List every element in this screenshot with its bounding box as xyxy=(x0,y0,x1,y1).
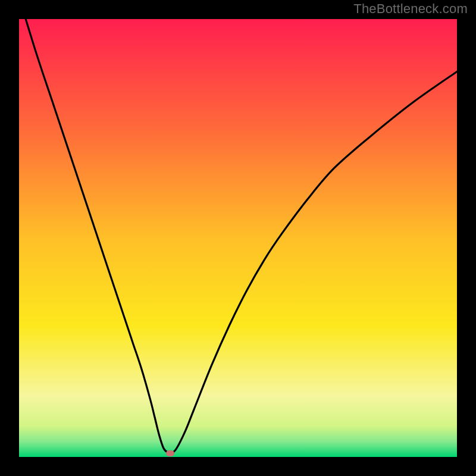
chart-frame: TheBottleneck.com xyxy=(0,0,476,476)
minimum-marker xyxy=(166,450,174,456)
bottleneck-curve xyxy=(19,19,457,457)
watermark-text: TheBottleneck.com xyxy=(353,1,468,17)
plot-area xyxy=(19,19,457,457)
